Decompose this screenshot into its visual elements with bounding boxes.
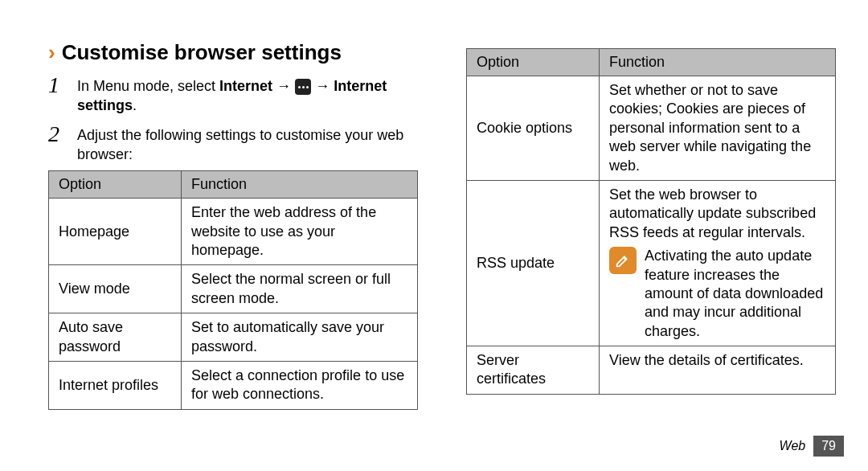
note-icon [609,247,637,274]
table-row: Auto save password Set to automatically … [49,313,418,362]
step-2: 2 Adjust the following settings to custo… [48,122,418,165]
page-footer: Web 79 [780,436,844,457]
right-column: Option Function Cookie options Set wheth… [466,40,836,471]
table-row: Cookie options Set whether or not to sav… [467,76,836,181]
options-table-left: Option Function Homepage Enter the web a… [48,170,418,410]
step-body: Adjust the following settings to customi… [77,122,418,165]
table-row: Internet profiles Select a connection pr… [49,361,418,409]
heading-text: Customise browser settings [62,40,342,65]
table-header-option: Option [467,49,600,76]
step-1: 1 In Menu mode, select Internet → → Inte… [48,73,418,116]
table-row: View mode Select the normal screen or fu… [49,265,418,313]
table-row: Homepage Enter the web address of the we… [49,199,418,265]
note-block: Activating the auto update feature incre… [609,247,825,341]
step-number: 1 [48,73,66,116]
rss-function-cell: Set the web browser to automatically upd… [600,180,836,346]
table-header-function: Function [182,171,418,199]
manual-page: › Customise browser settings 1 In Menu m… [0,0,868,471]
table-header-option: Option [49,171,182,199]
more-options-icon [295,79,311,95]
section-heading: › Customise browser settings [48,40,418,65]
steps-list: 1 In Menu mode, select Internet → → Inte… [48,73,418,164]
step-number: 2 [48,122,66,165]
page-number: 79 [813,436,844,457]
step-body: In Menu mode, select Internet → → Intern… [77,73,418,116]
footer-section: Web [780,439,806,453]
options-table-right: Option Function Cookie options Set wheth… [466,48,836,395]
table-header-function: Function [600,49,836,76]
table-row: RSS update Set the web browser to automa… [467,180,836,346]
chevron-right-icon: › [48,42,55,63]
left-column: › Customise browser settings 1 In Menu m… [48,40,418,471]
table-row: Server certificates View the details of … [467,346,836,395]
